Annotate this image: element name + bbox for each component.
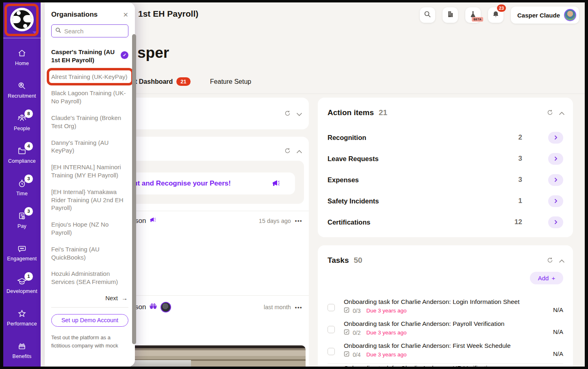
company-logo-icon[interactable] [10, 8, 34, 31]
org-item-selected[interactable]: Casper's Training (AU 1st EH Payroll) ✓ [51, 48, 128, 64]
org-search-box[interactable] [51, 24, 128, 37]
sidebar-item-compliance[interactable]: 4 Compliance [3, 138, 41, 171]
tab-dashboard[interactable]: t Dashboard 21 [135, 77, 191, 86]
open-recognition-button[interactable] [548, 132, 563, 144]
company-directory-button[interactable] [443, 7, 458, 23]
action-item-row-safety-incidents: Safety Incidents 1 [328, 190, 563, 212]
building-icon [447, 11, 454, 20]
next-page-button[interactable]: Next → [51, 295, 128, 301]
room-number-plaque: 100 [131, 360, 191, 367]
sidebar-item-label: Development [7, 288, 37, 294]
feed-post: son 15 days ago ••• [135, 216, 302, 225]
raised-hands-icon [149, 303, 157, 312]
divider [126, 295, 309, 296]
refresh-icon[interactable] [284, 110, 291, 118]
global-search-button[interactable] [420, 7, 435, 23]
sidebar-nav: Home Recruitment 8 People 4 [3, 41, 41, 366]
sidebar-item-label: People [14, 126, 30, 131]
task-title[interactable]: Onboarding task for Charlie Anderson: Pa… [344, 320, 539, 328]
notifications-button[interactable]: 23 [488, 7, 503, 23]
sidebar-item-pay[interactable]: 3 Pay [3, 203, 41, 236]
refresh-icon[interactable] [284, 147, 291, 156]
divider [126, 211, 309, 211]
more-options-icon[interactable]: ••• [295, 304, 302, 310]
sidebar-item-people[interactable]: 8 People [3, 106, 41, 138]
setup-demo-account-button[interactable]: Set up Demo Account [51, 314, 128, 327]
task-title[interactable]: Onboarding task for Charlie Anderson: HR… [344, 365, 539, 367]
add-task-button[interactable]: Add + [530, 272, 563, 284]
megaphone-icon [271, 179, 280, 189]
refresh-icon[interactable] [547, 109, 553, 118]
sidebar-item-benefits[interactable]: Benefits [3, 334, 41, 366]
org-item-alrest[interactable]: Alrest Training (UK-KeyPay) [51, 73, 128, 81]
divider [51, 307, 128, 308]
sidebar-item-engagement[interactable]: Engagement [3, 236, 41, 269]
stopwatch-icon: 3 [16, 178, 28, 189]
org-search-input[interactable] [64, 28, 124, 35]
org-switcher[interactable] [3, 2, 41, 38]
task-due: Due 3 years ago [366, 330, 406, 336]
sidebar-item-label: Home [15, 61, 29, 66]
chevron-up-icon[interactable] [296, 148, 302, 155]
user-name: Casper Claude [517, 12, 560, 19]
org-item[interactable]: Fei's Training (AU QuickBooks) [51, 245, 128, 262]
task-progress: 0/3 [353, 308, 360, 314]
compliance-badge: 4 [24, 142, 33, 151]
open-leave-requests-button[interactable] [548, 153, 563, 165]
star-icon [16, 308, 28, 319]
chevron-down-icon[interactable] [296, 111, 302, 118]
org-item[interactable]: Black Lagoon Training (UK-No Payroll) [51, 89, 128, 105]
refresh-icon[interactable] [547, 257, 553, 265]
sidebar-item-home[interactable]: Home [3, 41, 41, 73]
task-checkbox[interactable] [328, 326, 335, 333]
pay-badge: 3 [24, 207, 33, 216]
shoutout-banner-text: ut and Recognise your Peers! [126, 179, 231, 188]
panel-scrollbar[interactable] [132, 34, 136, 344]
post-author: son [135, 216, 156, 225]
task-row: Onboarding task for Charlie Anderson: Lo… [328, 297, 563, 319]
close-icon[interactable]: ✕ [123, 11, 128, 19]
more-options-icon[interactable]: ••• [295, 218, 302, 224]
beta-labs-button[interactable]: BETA [465, 7, 481, 23]
post-avatar [161, 302, 171, 312]
org-switcher-caret-icon [33, 31, 37, 35]
org-item[interactable]: [EH INTERNAL] Naminori Training (MY EH P… [51, 163, 128, 179]
org-item[interactable]: Enjou's Hope (NZ No Payroll) [51, 221, 128, 237]
chevron-up-icon[interactable] [559, 110, 565, 117]
open-certifications-button[interactable] [548, 216, 563, 228]
tab-feature-setup[interactable]: Feature Setup [210, 78, 251, 85]
sidebar-item-performance[interactable]: Performance [3, 301, 41, 334]
chevron-up-icon[interactable] [559, 258, 565, 265]
task-title[interactable]: Onboarding task for Charlie Anderson: Fi… [344, 342, 539, 349]
task-title[interactable]: Onboarding task for Charlie Anderson: Lo… [344, 298, 539, 306]
chat-bubble-icon [16, 243, 28, 254]
collapsed-widget-card [126, 98, 309, 129]
org-item[interactable]: Hozuki Administration Services (SEA Frem… [51, 270, 128, 286]
shoutout-banner[interactable]: ut and Recognise your Peers! [126, 172, 295, 194]
sidebar-item-development[interactable]: 1 Development [3, 269, 41, 301]
recruitment-search-icon [16, 81, 28, 91]
selected-check-icon: ✓ [121, 51, 128, 59]
open-safety-incidents-button[interactable] [548, 195, 563, 207]
task-checkbox[interactable] [328, 304, 335, 311]
current-org-title: 1st EH Payroll) [138, 9, 198, 19]
tasks-count: 50 [354, 256, 362, 265]
org-item[interactable]: Claude's Training (Broken Test Org) [51, 114, 128, 130]
task-value: N/A [553, 306, 563, 313]
sidebar-item-recruitment[interactable]: Recruitment [3, 73, 41, 106]
people-badge: 8 [24, 109, 33, 118]
sidebar-item-label: Recruitment [8, 93, 36, 99]
action-item-row-expenses: Expenses 3 [328, 169, 563, 190]
sidebar-item-time[interactable]: 3 Time [3, 171, 41, 203]
sidebar-item-label: Pay [17, 223, 26, 229]
open-expenses-button[interactable] [548, 174, 563, 186]
profile-menu[interactable]: Casper Claude [511, 7, 579, 24]
pay-document-icon: 3 [16, 211, 28, 221]
dashboard-tab-badge: 21 [176, 77, 190, 86]
org-item[interactable]: Danny's Training (AU KeyPay) [51, 139, 128, 155]
post-author: son [135, 302, 171, 312]
org-item[interactable]: [EH Internal} Yamakawa Rider Training (A… [51, 188, 128, 212]
task-row: Onboarding task for Charlie Anderson: Pa… [328, 319, 563, 341]
task-checkbox[interactable] [328, 348, 335, 355]
sidebar-item-label: Performance [7, 321, 37, 327]
